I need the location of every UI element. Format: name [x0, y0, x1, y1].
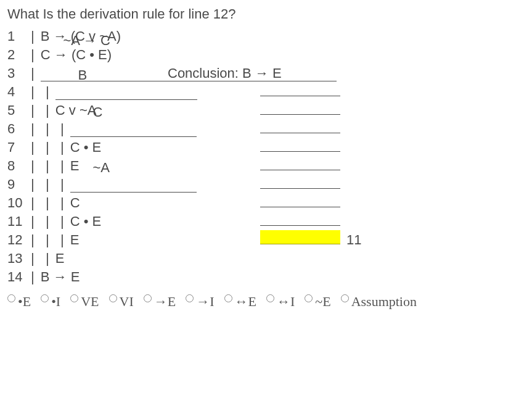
- radio-icon: [109, 294, 117, 302]
- justification-blank-highlight[interactable]: [260, 230, 340, 244]
- option-arrow-i[interactable]: →I: [186, 294, 214, 310]
- justification-blank[interactable]: [260, 193, 340, 207]
- justification-blank[interactable]: [260, 138, 340, 152]
- line-number: 5: [7, 102, 31, 118]
- option-label: ↔E: [235, 294, 256, 310]
- scope-bars: | |: [31, 251, 55, 267]
- formula: E: [70, 232, 80, 248]
- radio-icon: [224, 294, 232, 302]
- scope-bars: |: [31, 47, 41, 63]
- formula: B → E: [41, 269, 80, 285]
- radio-icon: [41, 294, 49, 302]
- line-number: 4: [7, 84, 31, 100]
- radio-icon: [341, 294, 349, 302]
- justification-blank[interactable]: [260, 212, 340, 226]
- scope-bars: | |: [31, 102, 55, 118]
- option-dot-i[interactable]: •I: [41, 294, 60, 310]
- proof-line: 12 | | | E 11: [7, 230, 525, 248]
- line-number: 2: [7, 47, 31, 63]
- line-number: 1: [7, 28, 31, 44]
- option-label: →E: [154, 294, 176, 310]
- option-assumption[interactable]: Assumption: [341, 294, 417, 310]
- scope-bars: | | |: [31, 176, 70, 193]
- scope-bars: | |: [31, 84, 55, 100]
- option-label: ↔I: [277, 294, 295, 310]
- justification-blank[interactable]: [260, 175, 340, 189]
- option-v-e[interactable]: VE: [70, 294, 99, 310]
- option-label: VE: [81, 294, 99, 310]
- scope-bars: |: [31, 269, 41, 285]
- proof-line: 6 | | | C: [7, 118, 525, 137]
- option-label: •E: [18, 294, 31, 310]
- scope-bars: | | |: [31, 121, 70, 137]
- justification-blank[interactable]: [260, 101, 340, 115]
- line-number: 8: [7, 158, 31, 174]
- formula: B: [78, 67, 87, 83]
- justification-blank[interactable]: [260, 156, 340, 170]
- line-number: 6: [7, 121, 31, 137]
- scope-bars: | | |: [31, 214, 70, 230]
- line-number: 11: [7, 214, 31, 230]
- option-label: VI: [120, 294, 134, 310]
- proof-line: 9 | | | ~A: [7, 174, 525, 193]
- radio-icon: [7, 294, 15, 302]
- option-v-i[interactable]: VI: [109, 294, 134, 310]
- line-number: 13: [7, 251, 31, 267]
- line-number: 14: [7, 269, 31, 285]
- scope-bars: |: [31, 28, 41, 44]
- formula: C: [92, 104, 102, 120]
- formula: ~A → C: [63, 33, 110, 49]
- radio-icon: [70, 294, 78, 302]
- scope-bars: | | |: [31, 232, 70, 248]
- option-arrow-e[interactable]: →E: [144, 294, 176, 310]
- option-neg-e[interactable]: ~E: [305, 294, 330, 310]
- option-label: Assumption: [351, 294, 417, 310]
- proof-line: 11 | | | C • E: [7, 211, 525, 230]
- justification-blank[interactable]: [260, 82, 340, 96]
- line-number: 3: [7, 65, 31, 81]
- formula: C • E: [70, 214, 102, 230]
- justification-blank[interactable]: [260, 119, 340, 133]
- option-label: •I: [51, 294, 60, 310]
- formula: ~A: [92, 160, 110, 176]
- option-dot-e[interactable]: •E: [7, 294, 31, 310]
- answer-options: •E •I VE VI →E →I ↔E ↔I ~E Assumption: [7, 294, 525, 310]
- proof-line: 14 | B → E: [7, 267, 525, 285]
- option-label: ~E: [315, 294, 330, 310]
- radio-icon: [186, 294, 194, 302]
- proof-line: 10 | | | C: [7, 193, 525, 211]
- scope-bars: | | |: [31, 158, 70, 174]
- scope-bars: |: [31, 65, 41, 81]
- line-number: 12: [7, 232, 31, 248]
- line-number: 7: [7, 139, 31, 155]
- radio-icon: [144, 294, 152, 302]
- proof-table: 1 | B → (C v ~A) 2 | C → (C • E) 3 | ~A …: [7, 26, 525, 285]
- radio-icon: [305, 294, 313, 302]
- formula: E: [55, 251, 65, 267]
- line-number: 10: [7, 195, 31, 211]
- option-biarrow-e[interactable]: ↔E: [224, 294, 256, 310]
- proof-line: 13 | | E: [7, 248, 525, 267]
- formula: C: [70, 195, 80, 211]
- line-number: 9: [7, 176, 31, 193]
- option-biarrow-i[interactable]: ↔I: [266, 294, 295, 310]
- scope-bars: | | |: [31, 195, 70, 211]
- citation: 11: [346, 232, 361, 248]
- option-label: →I: [196, 294, 214, 310]
- radio-icon: [266, 294, 274, 302]
- scope-bars: | | |: [31, 139, 70, 155]
